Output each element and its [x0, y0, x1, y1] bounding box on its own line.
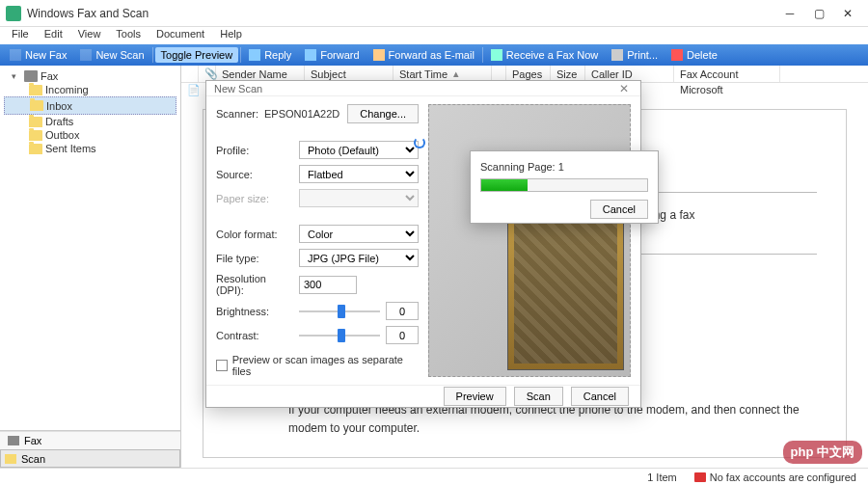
profile-select[interactable]: Photo (Default) [299, 141, 419, 159]
scan-icon [5, 454, 16, 464]
folder-tree: ▾Fax Incoming Inbox Drafts Outbox Sent I… [0, 66, 180, 430]
forward-icon [305, 49, 316, 61]
close-button[interactable]: ✕ [833, 4, 862, 23]
tree-fax-root[interactable]: ▾Fax [4, 69, 176, 83]
slider-thumb[interactable] [338, 305, 345, 318]
file-type-label: File type: [216, 253, 293, 264]
scanner-value: EPSON01A22D (ET-2850 Ser... [264, 108, 341, 120]
resolution-row: Resolution (DPI): [216, 273, 419, 296]
new-scan-label: New Scan [95, 49, 144, 61]
cancel-button[interactable]: Cancel [571, 387, 629, 406]
receive-fax-button[interactable]: Receive a Fax Now [485, 47, 604, 63]
brightness-value[interactable] [386, 302, 419, 320]
delete-button[interactable]: Delete [665, 47, 723, 63]
status-text: No fax accounts are configured [710, 472, 856, 483]
delete-icon [671, 49, 683, 61]
new-scan-icon [80, 49, 92, 61]
toggle-preview-button[interactable]: Toggle Preview [155, 47, 239, 63]
new-fax-button[interactable]: New Fax [4, 47, 72, 63]
separator [152, 47, 153, 63]
forward-button[interactable]: Forward [299, 47, 365, 63]
reply-icon [249, 49, 260, 61]
file-type-select[interactable]: JPG (JPG File) [299, 249, 419, 267]
brightness-label: Brightness: [216, 306, 293, 317]
fax-icon [8, 436, 19, 445]
tree-label: Drafts [45, 116, 73, 127]
receive-label: Receive a Fax Now [506, 49, 598, 61]
tree-label: Outbox [45, 129, 79, 141]
checkbox-icon[interactable] [216, 360, 228, 371]
dialog-form: Scanner: EPSON01A22D (ET-2850 Ser... Cha… [216, 104, 419, 377]
folder-icon [29, 85, 42, 95]
maximize-button[interactable]: ▢ [804, 4, 833, 23]
file-type-row: File type: JPG (JPG File) [216, 249, 419, 267]
cancel-scan-button[interactable]: Cancel [590, 200, 648, 219]
scanner-label: Scanner: [216, 108, 258, 120]
progress-bar [480, 178, 648, 192]
tab-scan[interactable]: Scan [0, 449, 180, 468]
scan-button[interactable]: Scan [514, 387, 563, 406]
dialog-title: New Scan [214, 83, 262, 94]
change-scanner-button[interactable]: Change... [347, 104, 419, 123]
print-button[interactable]: Print... [606, 47, 664, 63]
brightness-slider[interactable] [299, 305, 380, 318]
color-select[interactable]: Color [299, 225, 419, 243]
contrast-row: Contrast: [216, 326, 419, 344]
menu-document[interactable]: Document [149, 27, 212, 44]
tree-incoming[interactable]: Incoming [4, 83, 176, 96]
new-scan-dialog: New Scan ✕ Scanner: EPSON01A22D (ET-2850… [205, 80, 641, 408]
toggle-label: Toggle Preview [161, 49, 233, 61]
delete-label: Delete [687, 49, 718, 61]
source-label: Source: [216, 169, 293, 180]
col-fax-account[interactable]: Fax Account [674, 66, 780, 82]
slider-thumb[interactable] [338, 329, 345, 342]
tab-label: Scan [21, 453, 45, 465]
forward-email-button[interactable]: Forward as E-mail [367, 47, 480, 63]
menu-help[interactable]: Help [212, 27, 250, 44]
warning-icon [694, 472, 706, 482]
menu-bar: File Edit View Tools Document Help [0, 27, 868, 44]
dialog-close-button[interactable]: ✕ [615, 82, 633, 95]
menu-tools[interactable]: Tools [108, 27, 149, 44]
source-select[interactable]: Flatbed [299, 165, 419, 183]
folder-icon [30, 100, 43, 111]
contrast-value[interactable] [386, 326, 419, 344]
tree-drafts[interactable]: Drafts [4, 115, 176, 128]
profile-row: Profile: Photo (Default) [216, 141, 419, 159]
paper-size-label: Paper size: [216, 193, 293, 204]
sidebar: ▾Fax Incoming Inbox Drafts Outbox Sent I… [0, 66, 181, 468]
row-icon: 📄 [181, 83, 199, 99]
collapse-icon[interactable]: ▾ [12, 71, 21, 81]
menu-edit[interactable]: Edit [37, 27, 70, 44]
contrast-slider[interactable] [299, 329, 380, 342]
minimize-button[interactable]: ─ [775, 4, 804, 23]
tree-label: Inbox [46, 100, 72, 112]
tree-label: Incoming [45, 84, 89, 95]
new-scan-button[interactable]: New Scan [74, 47, 149, 63]
col-icon[interactable] [181, 66, 199, 82]
dialog-footer: Preview Scan Cancel [206, 385, 640, 407]
resolution-input[interactable] [299, 276, 357, 294]
forward-label: Forward [320, 49, 359, 61]
resolution-label: Resolution (DPI): [216, 273, 293, 296]
reply-button[interactable]: Reply [243, 47, 297, 63]
color-label: Color format: [216, 229, 293, 240]
separate-files-checkbox-row[interactable]: Preview or scan images as separate files [216, 354, 419, 377]
tree-label: Sent Items [45, 143, 96, 154]
scanner-row: Scanner: EPSON01A22D (ET-2850 Ser... Cha… [216, 104, 419, 123]
menu-view[interactable]: View [70, 27, 109, 44]
source-row: Source: Flatbed [216, 165, 419, 183]
tree-inbox[interactable]: Inbox [4, 96, 176, 115]
profile-label: Profile: [216, 145, 293, 156]
sort-asc-icon: ▴ [453, 67, 459, 80]
tab-fax[interactable]: Fax [0, 431, 180, 449]
separator [482, 47, 483, 63]
tree-sent-items[interactable]: Sent Items [4, 142, 176, 155]
new-fax-label: New Fax [25, 49, 67, 61]
mail-icon [373, 49, 385, 61]
tree-outbox[interactable]: Outbox [4, 128, 176, 142]
menu-file[interactable]: File [4, 27, 37, 44]
preview-button[interactable]: Preview [444, 387, 506, 406]
view-tabs: Fax Scan [0, 430, 180, 468]
print-icon [611, 49, 623, 61]
